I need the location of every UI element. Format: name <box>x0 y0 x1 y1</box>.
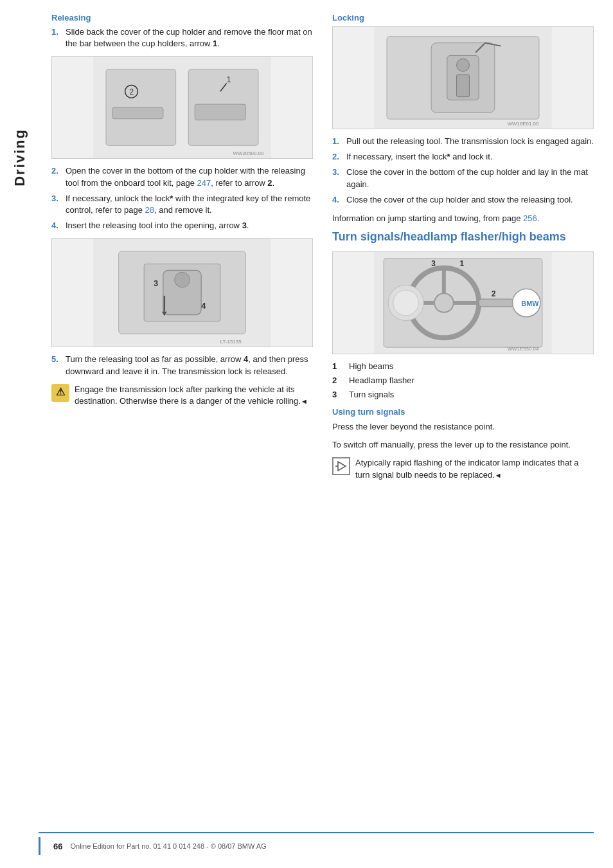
svg-rect-25 <box>457 75 470 97</box>
warning-icon: ⚠ <box>51 384 69 402</box>
signals-items-list: 1 High beams 2 Headlamp flasher 3 Turn s… <box>332 361 594 401</box>
step-2-num: 2. <box>51 165 62 188</box>
item-3: 3 Turn signals <box>332 389 594 401</box>
locking-step-1-text: Pull out the releasing tool. The transmi… <box>346 136 594 147</box>
link-247[interactable]: 247 <box>197 178 211 188</box>
releasing-section-title: Releasing <box>51 13 313 23</box>
locking-step-3: 3. Close the cover in the bottom of the … <box>332 167 594 190</box>
turn-signals-section-title: Turn signals/headlamp flasher/high beams <box>332 230 594 244</box>
svg-text:2: 2 <box>130 88 134 97</box>
note-end-arrow: ◄ <box>495 471 502 479</box>
link-256[interactable]: 256 <box>523 213 537 223</box>
locking-step-4-text: Close the cover of the cup holder and st… <box>346 194 594 206</box>
svg-point-14 <box>175 273 190 288</box>
image-cup-holder-top: 2 1 WW20500.00 <box>51 56 313 159</box>
page-number: 66 <box>53 842 62 851</box>
right-column: Locking WW18E01.00 1. <box>332 13 594 487</box>
locking-step-2-text: If necessary, insert the lock* and lock … <box>346 151 594 163</box>
item-3-num: 3 <box>332 389 344 401</box>
step-5-num: 5. <box>51 354 62 377</box>
step-3-num: 3. <box>51 193 62 216</box>
step-2: 2. Open the cover in the bottom of the c… <box>51 165 313 188</box>
item-3-label: Turn signals <box>349 389 394 401</box>
locking-section-title: Locking <box>332 13 594 23</box>
svg-text:2: 2 <box>492 289 496 298</box>
steps-list-5: 5. Turn the releasing tool as far as pos… <box>51 354 313 377</box>
left-column: Releasing 1. Slide back the cover of the… <box>51 13 313 487</box>
step-1-num: 1. <box>51 26 62 50</box>
warning-box: ⚠ Engage the transmission lock after par… <box>51 384 313 407</box>
item-2-num: 2 <box>332 375 344 386</box>
step-3-text: If necessary, unlock the lock* with the … <box>66 193 313 216</box>
svg-rect-7 <box>112 107 163 119</box>
item-2: 2 Headlamp flasher <box>332 375 594 386</box>
svg-text:3: 3 <box>431 259 436 268</box>
svg-marker-45 <box>338 462 346 471</box>
locking-step-3-num: 3. <box>332 167 342 190</box>
using-text-2: To switch off manually, press the lever … <box>332 439 594 451</box>
note-box: Atypically rapid flashing of the indicat… <box>332 457 594 480</box>
step-2-text: Open the cover in the bottom of the cup … <box>66 165 313 188</box>
svg-text:WW18E01.00: WW18E01.00 <box>508 121 539 127</box>
step-3: 3. If necessary, unlock the lock* with t… <box>51 193 313 216</box>
note-text: Atypically rapid flashing of the indicat… <box>355 457 594 480</box>
item-2-label: Headlamp flasher <box>349 375 414 386</box>
note-icon <box>332 457 350 475</box>
svg-text:LT-15135: LT-15135 <box>220 339 242 345</box>
warning-text: Engage the transmission lock after parki… <box>75 384 313 407</box>
item-1-num: 1 <box>332 361 344 372</box>
svg-point-24 <box>457 59 470 71</box>
step-5-text: Turn the releasing tool as far as possib… <box>66 354 313 377</box>
svg-text:1: 1 <box>227 75 231 84</box>
sidebar-driving-label: Driving <box>12 129 27 186</box>
jump-start-info: Information on jump starting and towing,… <box>332 212 594 225</box>
item-1: 1 High beams <box>332 361 594 372</box>
locking-step-3-text: Close the cover in the bottom of the cup… <box>346 167 594 190</box>
footer-divider <box>39 837 40 855</box>
end-arrow-left: ◄ <box>301 397 308 405</box>
locking-step-4-num: 4. <box>332 194 342 206</box>
svg-text:WW1E530.04: WW1E530.04 <box>508 346 539 352</box>
locking-step-2-num: 2. <box>332 151 342 163</box>
footer-text: Online Edition for Part no. 01 41 0 014 … <box>70 842 266 850</box>
locking-step-2: 2. If necessary, insert the lock* and lo… <box>332 151 594 163</box>
locking-steps-list: 1. Pull out the releasing tool. The tran… <box>332 136 594 206</box>
step-4-num: 4. <box>51 220 62 231</box>
svg-text:WW20500.00: WW20500.00 <box>233 150 264 156</box>
steps-list-2-4: 2. Open the cover in the bottom of the c… <box>51 165 313 231</box>
page-footer: 66 Online Edition for Part no. 01 41 0 0… <box>39 832 594 855</box>
using-text-1: Press the lever beyond the resistance po… <box>332 420 594 433</box>
svg-text:BMW: BMW <box>521 300 539 307</box>
image-turn-signals: BMW 3 1 2 WW1E530.04 <box>332 251 594 354</box>
step-1: 1. Slide back the cover of the cup holde… <box>51 26 313 50</box>
main-content: Releasing 1. Slide back the cover of the… <box>39 0 613 500</box>
svg-text:4: 4 <box>201 301 206 311</box>
svg-text:1: 1 <box>460 259 465 268</box>
locking-step-4: 4. Close the cover of the cup holder and… <box>332 194 594 206</box>
step-5: 5. Turn the releasing tool as far as pos… <box>51 354 313 377</box>
svg-point-43 <box>393 290 419 316</box>
image-releasing-tool: 3 4 LT-15135 <box>51 238 313 347</box>
item-1-label: High beams <box>349 361 393 372</box>
step-4: 4. Insert the releasing tool into the op… <box>51 220 313 231</box>
svg-rect-8 <box>195 104 245 120</box>
svg-rect-36 <box>479 299 513 307</box>
link-28[interactable]: 28 <box>145 205 154 215</box>
image-locking: WW18E01.00 <box>332 26 594 129</box>
step-4-text: Insert the releasing tool into the openi… <box>66 220 313 231</box>
steps-list-1: 1. Slide back the cover of the cup holde… <box>51 26 313 50</box>
svg-text:3: 3 <box>154 278 158 288</box>
using-turn-signals-title: Using turn signals <box>332 407 594 417</box>
locking-step-1-num: 1. <box>332 136 342 147</box>
locking-step-1: 1. Pull out the releasing tool. The tran… <box>332 136 594 147</box>
step-1-text: Slide back the cover of the cup holder a… <box>66 26 313 50</box>
svg-point-32 <box>434 293 454 312</box>
